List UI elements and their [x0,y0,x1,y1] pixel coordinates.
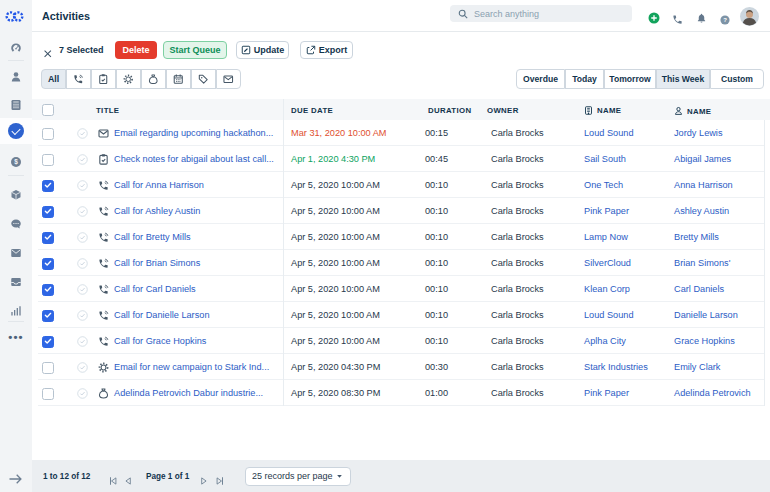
svg-text:?: ? [723,17,727,23]
svg-text:$: $ [14,158,18,166]
